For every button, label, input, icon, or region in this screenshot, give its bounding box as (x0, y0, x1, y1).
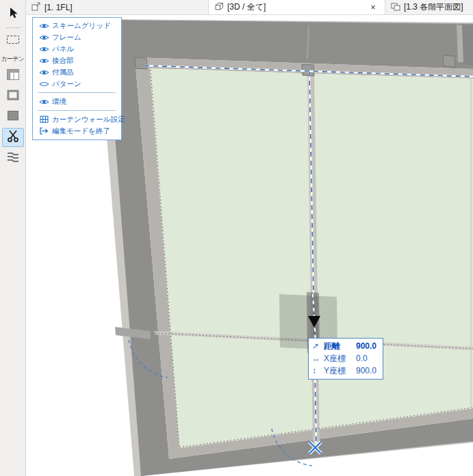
panel-icon (6, 109, 20, 125)
menu-item-pattern[interactable]: パターン (33, 78, 121, 90)
menu-separator (38, 110, 116, 111)
eye-icon (38, 23, 49, 29)
menu-item-junction[interactable]: 接合部 (33, 55, 121, 66)
scheme-grid-icon (6, 68, 20, 84)
eye-icon (38, 69, 49, 76)
menu-item-curtain-wall-settings[interactable]: カーテンウォール設定 (33, 114, 121, 125)
3d-viewport[interactable]: スキームグリッド フレーム パネル 接合部 付属品 パターン 環境 (26, 15, 473, 476)
menu-item-label: パネル (52, 44, 74, 54)
menu-item-label: パターン (52, 79, 81, 89)
menu-separator (38, 92, 116, 93)
horizontal-arrow-icon: ↔ (312, 354, 324, 363)
diagonal-arrow-icon: ↗ (312, 341, 324, 351)
tracker-row-x: ↔ X座標 0.0 (312, 352, 376, 365)
profiles-icon (6, 150, 20, 166)
panel-tool-button[interactable] (2, 107, 24, 127)
tab-3d-all[interactable]: [3D / 全て] × (209, 0, 385, 14)
menu-item-label: 接合部 (52, 56, 74, 66)
tab-floor-plan[interactable]: [1. 1FL] (26, 0, 209, 14)
scheme-grid-tool-button[interactable] (2, 66, 24, 85)
layout-icon (391, 2, 400, 13)
cursor-arrow-icon (7, 7, 19, 22)
coordinate-tracker: ↗ 距離 900.0 ↔ X座標 0.0 ↕ Y座標 900.0 (308, 338, 383, 380)
menu-item-panel[interactable]: パネル (33, 43, 121, 55)
menu-item-exit-edit-mode[interactable]: 編集モードを終了 (33, 125, 121, 137)
eye-icon (38, 34, 49, 41)
3d-cube-icon (214, 2, 224, 13)
frame-tool-button[interactable] (2, 87, 24, 106)
menu-item-scheme-grid[interactable]: スキームグリッド (33, 20, 121, 31)
marquee-icon (6, 34, 20, 48)
y-coordinate-value[interactable]: 900.0 (356, 366, 376, 375)
eye-off-icon (38, 81, 49, 88)
tool-palette: カーテン (0, 0, 26, 476)
menu-item-label: 編集モードを終了 (52, 127, 110, 136)
x-coordinate-label: X座標 (324, 353, 356, 365)
y-coordinate-label: Y座標 (324, 365, 356, 377)
tracker-row-distance: ↗ 距離 900.0 (312, 340, 376, 352)
menu-item-label: フレーム (52, 33, 81, 42)
distance-label: 距離 (324, 341, 356, 352)
marquee-tool-button[interactable] (2, 31, 24, 51)
frame-icon (6, 88, 20, 105)
floor-plan-icon (31, 2, 41, 13)
tool-group-label: カーテン (1, 55, 25, 64)
tab-label: [3D / 全て] (227, 1, 266, 13)
tab-close-icon[interactable]: × (367, 2, 379, 12)
menu-item-label: カーテンウォール設定 (52, 115, 125, 124)
settings-grid-icon (38, 116, 49, 123)
menu-item-label: スキームグリッド (52, 21, 111, 31)
vertical-arrow-icon: ↕ (312, 366, 324, 375)
x-coordinate-value[interactable]: 0.0 (356, 354, 368, 363)
tab-label: [1.3 各階平面図] (404, 1, 463, 13)
menu-item-label: 付属品 (52, 68, 74, 77)
menu-item-accessory[interactable]: 付属品 (33, 66, 121, 78)
view-options-menu: スキームグリッド フレーム パネル 接合部 付属品 パターン 環境 (32, 17, 122, 140)
eye-icon (38, 57, 49, 64)
distance-value[interactable]: 900.0 (356, 341, 376, 351)
eye-icon (38, 98, 49, 105)
scissors-icon (6, 129, 20, 146)
tracker-row-y: ↕ Y座標 900.0 (312, 365, 376, 377)
tab-label: [1. 1FL] (44, 3, 73, 12)
tab-bar: [1. 1FL] [3D / 全て] × [1.3 各階平面図] (26, 0, 473, 15)
exit-icon (38, 127, 49, 135)
menu-item-label: 環境 (52, 97, 66, 107)
eye-icon (38, 46, 49, 53)
menu-item-frame[interactable]: フレーム (33, 31, 121, 43)
scissors-tool-button[interactable] (2, 128, 24, 147)
toolbar-divider (5, 27, 21, 28)
menu-item-environment[interactable]: 環境 (33, 96, 121, 107)
tab-layout-book[interactable]: [1.3 各階平面図] (385, 0, 473, 14)
profiles-tool-button[interactable] (2, 148, 24, 168)
select-tool-button[interactable] (2, 5, 24, 24)
